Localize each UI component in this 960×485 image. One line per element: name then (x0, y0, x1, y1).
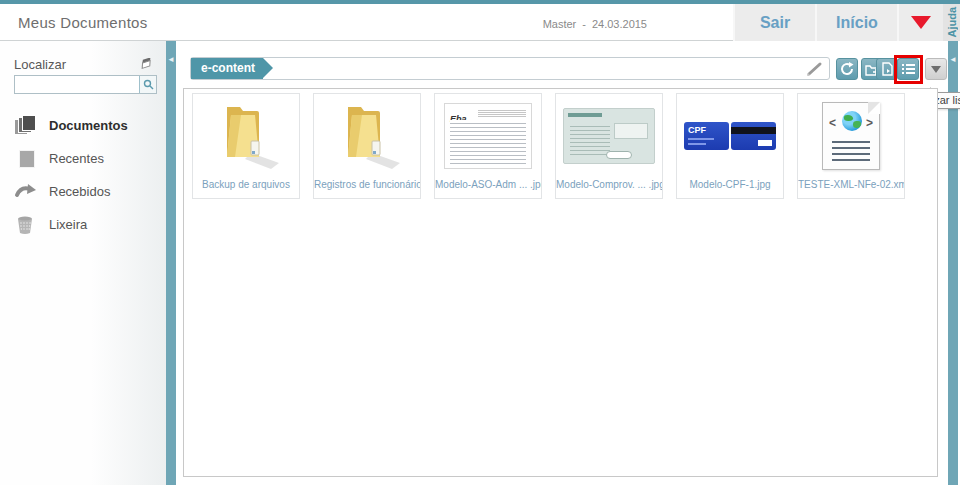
trash-icon (14, 214, 40, 236)
file-name: Registros de funcionários (314, 179, 420, 190)
file-name: Modelo-CPF-1.jpg (677, 179, 783, 190)
documents-stack-icon (14, 115, 40, 137)
clear-eraser-icon[interactable] (139, 58, 154, 71)
breadcrumb[interactable]: e-content (191, 58, 263, 79)
file-tile-jpg[interactable]: CPF Modelo-CPF-1.jpg (676, 93, 784, 199)
home-button[interactable]: Início (815, 4, 897, 41)
search-box (14, 75, 157, 94)
header: Meus Documentos Master-24.03.2015 Sair I… (0, 4, 960, 41)
folder-icon (314, 98, 420, 174)
file-name: Backup de arquivos (193, 179, 299, 190)
help-tab[interactable]: Ajuda (943, 4, 960, 41)
page-title: Meus Documentos (18, 14, 148, 31)
jpg-cpf-card-thumbnail: CPF (677, 98, 783, 174)
sidebar-item-documentos[interactable]: Documentos (0, 109, 166, 142)
search-input[interactable] (15, 76, 139, 93)
file-name: Modelo-Comprov. ... .jpg (556, 179, 662, 190)
file-tile-folder[interactable]: Registros de funcionários (313, 93, 421, 199)
session-separator: - (582, 18, 586, 30)
sidebar-item-recebidos[interactable]: Recebidos (0, 175, 166, 208)
sidebar-collapse-strip[interactable]: ◄ (166, 41, 176, 485)
file-tile-jpg[interactable]: Eba Modelo-ASO-Adm ... .jpg (434, 93, 542, 199)
header-actions: Sair Início Ajuda (733, 4, 960, 41)
list-view-icon (902, 62, 915, 76)
cpf-card-text: CPF (688, 125, 706, 135)
session-date: 24.03.2015 (592, 18, 647, 30)
app-window: Meus Documentos Master-24.03.2015 Sair I… (0, 0, 960, 485)
red-triangle-icon (911, 16, 931, 29)
received-arrow-icon (14, 181, 40, 203)
sidebar: Localizar Documentos (0, 41, 166, 485)
jpg-form-thumbnail: Eba (435, 98, 541, 174)
sidebar-item-lixeira[interactable]: Lixeira (0, 208, 166, 241)
search-label: Localizar (14, 57, 66, 72)
view-dropdown-button[interactable] (925, 58, 947, 80)
sidebar-item-label: Documentos (49, 118, 128, 133)
logout-button[interactable]: Sair (733, 4, 815, 41)
sidebar-item-label: Lixeira (49, 217, 87, 232)
file-tile-jpg[interactable]: Modelo-Comprov. ... .jpg (555, 93, 663, 199)
file-grid: Backup de arquivos Registros de funcioná… (192, 93, 929, 199)
file-tile-folder[interactable]: Backup de arquivos (192, 93, 300, 199)
sidebar-menu: Documentos Recentes Recebidos (0, 109, 166, 241)
xml-file-icon: < > (798, 98, 904, 174)
breadcrumb-bar: e-content (190, 57, 830, 80)
copy-document-icon (881, 62, 894, 76)
dropdown-arrow-icon (931, 66, 941, 73)
jpg-receipt-thumbnail (556, 98, 662, 174)
sidebar-item-label: Recebidos (49, 184, 110, 199)
file-name: Modelo-ASO-Adm ... .jpg (435, 179, 541, 190)
file-panel: Backup de arquivos Registros de funcioná… (183, 88, 938, 477)
session-info: Master-24.03.2015 (540, 18, 650, 30)
menu-triangle-button[interactable] (897, 4, 943, 41)
file-tile-xml[interactable]: < > TESTE-XML-NFe-02.xml (797, 93, 905, 199)
sidebar-item-label: Recentes (49, 151, 104, 166)
recent-document-icon (14, 148, 40, 170)
refresh-button[interactable] (836, 58, 858, 80)
sidebar-item-recentes[interactable]: Recentes (0, 142, 166, 175)
search-icon (143, 79, 154, 90)
search-button[interactable] (139, 76, 156, 93)
help-label: Ajuda (946, 7, 958, 38)
refresh-icon (840, 62, 854, 76)
collapse-left-arrow-icon[interactable]: ◄ (167, 55, 175, 64)
file-name: TESTE-XML-NFe-02.xml (798, 179, 904, 190)
collapse-right-arrow-icon[interactable]: ◄ (949, 55, 957, 64)
edit-pencil-icon[interactable] (805, 61, 823, 77)
folder-icon (193, 98, 299, 174)
list-view-button[interactable] (897, 58, 919, 80)
session-user: Master (543, 18, 577, 30)
